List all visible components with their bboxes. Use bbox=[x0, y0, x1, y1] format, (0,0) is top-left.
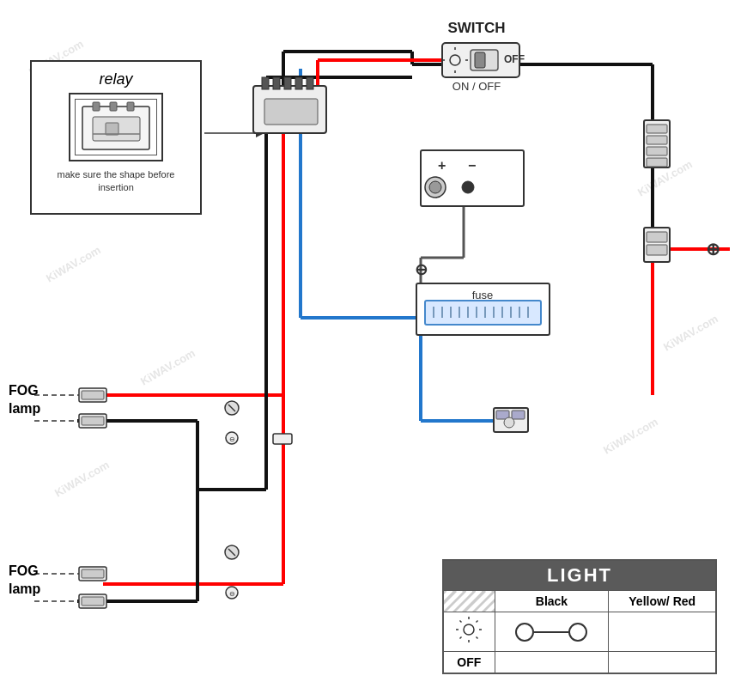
svg-rect-110 bbox=[127, 102, 134, 111]
svg-text:⊖: ⊖ bbox=[229, 590, 235, 598]
svg-rect-73 bbox=[512, 411, 525, 419]
legend-col-yellow-red: Yellow/ Red bbox=[609, 591, 716, 612]
legend-empty-off-yellow bbox=[609, 652, 716, 674]
svg-rect-41 bbox=[273, 77, 280, 89]
svg-rect-40 bbox=[262, 77, 269, 89]
svg-line-122 bbox=[460, 637, 462, 639]
svg-text:ON / OFF: ON / OFF bbox=[452, 80, 501, 93]
svg-text:⊖: ⊖ bbox=[415, 261, 428, 278]
svg-rect-69 bbox=[647, 232, 667, 242]
svg-rect-112 bbox=[106, 123, 118, 135]
svg-rect-70 bbox=[647, 245, 667, 255]
svg-text:SWITCH: SWITCH bbox=[447, 20, 505, 36]
legend-empty-off-black bbox=[495, 652, 609, 674]
svg-text:⊖: ⊖ bbox=[229, 435, 235, 443]
relay-description: make sure the shape before insertion bbox=[40, 168, 191, 195]
svg-text:+: + bbox=[438, 158, 446, 173]
legend-off-label: OFF bbox=[443, 652, 495, 674]
relay-shape-svg bbox=[76, 100, 156, 155]
relay-diagram bbox=[69, 93, 163, 161]
legend-col-black: Black bbox=[495, 591, 609, 612]
fog-lamp-top-label: FOG lamp bbox=[9, 382, 40, 418]
svg-rect-76 bbox=[82, 391, 104, 399]
svg-text:−: − bbox=[468, 158, 476, 173]
svg-line-119 bbox=[460, 621, 462, 623]
fog-lamp-bottom-label: FOG lamp bbox=[9, 563, 40, 599]
legend-hatch-col bbox=[443, 591, 495, 612]
svg-point-114 bbox=[464, 624, 474, 635]
legend-sun-icon-cell bbox=[443, 612, 495, 652]
legend-table: LIGHT Black Yellow/ Red bbox=[442, 559, 717, 674]
svg-rect-108 bbox=[93, 102, 100, 111]
svg-rect-109 bbox=[110, 102, 117, 111]
circle-line-mid bbox=[534, 631, 568, 633]
svg-rect-42 bbox=[284, 77, 291, 89]
svg-rect-45 bbox=[264, 99, 318, 125]
svg-point-74 bbox=[504, 417, 514, 428]
svg-line-120 bbox=[477, 637, 478, 639]
svg-point-61 bbox=[429, 181, 441, 193]
svg-rect-64 bbox=[647, 125, 667, 133]
sun-icon bbox=[455, 616, 483, 643]
svg-rect-44 bbox=[307, 77, 313, 89]
svg-text:⊕: ⊕ bbox=[706, 240, 720, 259]
svg-text:fuse: fuse bbox=[472, 289, 494, 301]
diagram-container: KiWAV.com KiWAV.com KiWAV.com KiWAV.com … bbox=[0, 0, 747, 700]
circle-dot-left bbox=[515, 623, 534, 642]
svg-rect-53 bbox=[475, 52, 485, 68]
svg-text:OFF: OFF bbox=[504, 53, 525, 65]
svg-line-121 bbox=[477, 621, 478, 623]
circle-wire-black bbox=[501, 623, 604, 642]
legend-circle-black bbox=[495, 612, 609, 652]
relay-title: relay bbox=[99, 70, 132, 88]
svg-rect-86 bbox=[82, 597, 104, 606]
svg-rect-43 bbox=[295, 77, 302, 89]
legend-header: LIGHT bbox=[443, 560, 716, 591]
svg-point-62 bbox=[462, 181, 474, 193]
relay-info-box: relay make su bbox=[30, 60, 202, 215]
svg-rect-84 bbox=[82, 569, 104, 578]
legend-empty-yellow bbox=[609, 612, 716, 652]
svg-rect-65 bbox=[647, 136, 667, 144]
relay-detail bbox=[75, 99, 157, 155]
circle-dot-right bbox=[568, 623, 587, 642]
svg-rect-66 bbox=[647, 147, 667, 155]
svg-rect-67 bbox=[647, 158, 667, 167]
svg-rect-91 bbox=[273, 434, 292, 444]
svg-rect-78 bbox=[82, 417, 104, 425]
